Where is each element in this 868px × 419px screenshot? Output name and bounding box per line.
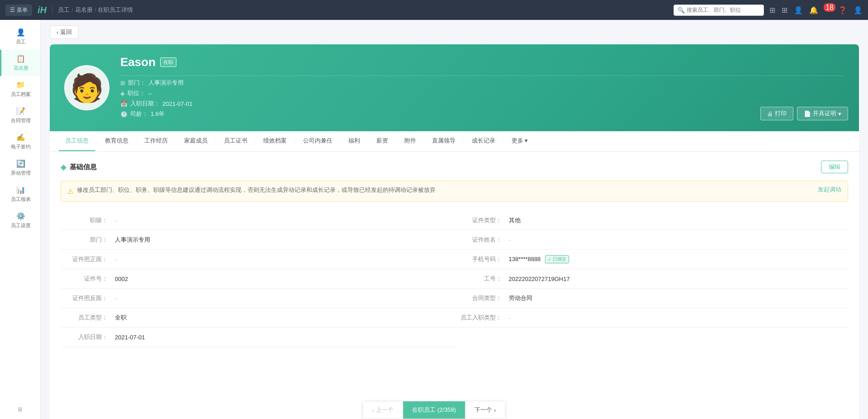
sidebar-item-archive[interactable]: 📁 员工档案: [0, 76, 40, 102]
profile-actions: 🖨 打印 📄 开具证明 ▾: [760, 107, 848, 120]
joindate-label: 入职日期：: [130, 100, 160, 108]
roster-icon: 📋: [16, 54, 25, 63]
dept-label: 部门：: [128, 79, 146, 87]
prev-page-button[interactable]: ‹ 上一个: [363, 401, 403, 419]
profile-header: 🧑 Eason 在职 ⊞ 部门： 人事演示专用 ◈ 职位： --: [50, 44, 859, 131]
breadcrumb-sep-1: /: [71, 7, 73, 14]
form-left-col: 职级： - 部门： 人事演示专用 证件照正面： - 证件号： 0002: [61, 211, 455, 347]
field-cert-type: 证件类型： 其他: [455, 211, 849, 230]
phone-label: 手机号码：: [455, 255, 509, 263]
notification-icon[interactable]: 🔔 18: [809, 6, 832, 14]
position-icon: ◈: [120, 90, 125, 97]
profile-name: Eason: [120, 55, 156, 69]
work-id-label: 工号：: [455, 275, 509, 283]
back-label: 返回: [60, 28, 72, 36]
field-join-date: 入职日期： 2021-07-01: [61, 328, 455, 347]
notice-icon: ⚠: [67, 186, 73, 197]
notice-link[interactable]: 发起调动: [818, 186, 841, 194]
sidebar-item-report[interactable]: 📊 员工报表: [0, 181, 40, 207]
cert-type-value: 其他: [509, 216, 849, 224]
sidebar-label-employee: 员工: [16, 38, 26, 45]
tab-family[interactable]: 家庭成员: [178, 131, 214, 151]
sidebar-label-report: 员工报表: [11, 196, 31, 203]
contract-type-value: 劳动合同: [509, 294, 849, 302]
join-date-form-value: 2021-07-01: [115, 334, 455, 341]
seniority-label: 司龄：: [130, 110, 148, 118]
phone-value: 138****8888 ✓ 已绑定: [509, 255, 849, 263]
field-entry-type: 员工入职类型： -: [455, 308, 849, 328]
dept-icon: ⊞: [120, 80, 125, 86]
cert-button[interactable]: 📄 开具证明 ▾: [797, 107, 848, 120]
tab-salary[interactable]: 薪资: [370, 131, 394, 151]
phone-masked: 138****8888: [509, 256, 541, 262]
more-dropdown-icon: ▾: [525, 137, 528, 144]
profile-dept-row: ⊞ 部门： 人事演示专用: [120, 79, 844, 87]
id-num-label: 证件号：: [61, 275, 115, 283]
emp-type-value: 全职: [115, 314, 455, 322]
sidebar-item-contract[interactable]: 📝 合同管理: [0, 102, 40, 129]
search-box[interactable]: 🔍: [674, 5, 764, 16]
sidebar-item-exception[interactable]: 🔄 异动管理: [0, 155, 40, 181]
breadcrumb-employees[interactable]: 员工: [58, 6, 70, 14]
sidebar-item-roster[interactable]: 📋 花名册: [0, 50, 40, 76]
sidebar-collapse-btn[interactable]: ≡: [0, 400, 40, 419]
dept-value: 人事演示专用: [148, 79, 184, 87]
tab-welfare[interactable]: 福利: [342, 131, 366, 151]
breadcrumb-roster[interactable]: 花名册: [75, 6, 93, 14]
profile-info: Eason 在职 ⊞ 部门： 人事演示专用 ◈ 职位： -- 📅 入职日期：: [120, 55, 844, 120]
breadcrumb-sep-2: /: [95, 7, 96, 14]
section-icon: ◈: [61, 163, 66, 171]
sidebar-item-settings[interactable]: ⚙️ 员工设置: [0, 207, 40, 233]
main-content: ‹ 返回 🧑 Eason 在职 ⊞ 部门： 人事演示专用: [41, 20, 868, 419]
next-page-button[interactable]: 下一个 ›: [465, 401, 505, 419]
position-value: --: [148, 90, 152, 97]
sidebar-item-esign[interactable]: ✍️ 电子签约: [0, 129, 40, 155]
basic-info-form: 职级： - 部门： 人事演示专用 证件照正面： - 证件号： 0002: [61, 211, 848, 347]
cert-name-value: -: [509, 237, 849, 243]
tab-edu[interactable]: 教育信息: [99, 131, 135, 151]
menu-label: 菜单: [17, 6, 28, 14]
sidebar-label-archive: 员工档案: [11, 91, 31, 98]
sidebar-item-employee[interactable]: 👤 员工: [0, 24, 40, 50]
tab-attach[interactable]: 附件: [398, 131, 422, 151]
tab-leader[interactable]: 直属领导: [426, 131, 462, 151]
tab-cert[interactable]: 员工证书: [218, 131, 254, 151]
section-header: ◈ 基础信息 编辑: [61, 161, 848, 173]
tab-growth[interactable]: 成长记录: [465, 131, 502, 151]
section-title: ◈ 基础信息: [61, 163, 97, 171]
archive-icon: 📁: [16, 81, 25, 89]
search-input[interactable]: [687, 7, 760, 13]
esign-icon: ✍️: [16, 133, 25, 142]
help-icon[interactable]: ❓: [838, 6, 847, 14]
report-icon: 📊: [16, 186, 25, 194]
field-contract-type: 合同类型： 劳动合同: [455, 289, 849, 308]
tab-info[interactable]: 员工信息: [59, 131, 95, 151]
field-rank: 职级： -: [61, 211, 455, 230]
employee-icon: 👤: [16, 28, 25, 37]
profile-joindate-row: 📅 入职日期： 2021-07-01: [120, 100, 844, 108]
next-label: 下一个: [474, 406, 492, 414]
grid-icon[interactable]: ⊞: [782, 6, 787, 14]
prev-label: 上一个: [376, 406, 394, 414]
notice-text: ⚠ 修改员工部门、职位、职务、职级等信息建议通过调动流程实现，否则无法生成异动记…: [67, 186, 436, 197]
back-button[interactable]: ‹ 返回: [50, 25, 79, 39]
menu-button[interactable]: ☰ 菜单: [5, 5, 32, 16]
rank-value: -: [115, 217, 455, 224]
settings-icon: ⚙️: [16, 212, 25, 220]
tab-concurrent[interactable]: 公司内兼任: [297, 131, 339, 151]
tab-perf[interactable]: 绩效档案: [257, 131, 293, 151]
print-button[interactable]: 🖨 打印: [760, 107, 793, 120]
notification-badge: 18: [824, 3, 835, 12]
form-right-col: 证件类型： 其他 证件姓名： - 手机号码： 138****8888 ✓: [455, 211, 849, 347]
edit-button[interactable]: 编辑: [821, 161, 848, 173]
scan-icon[interactable]: ⊞: [769, 6, 775, 14]
user-icon[interactable]: 👤: [794, 6, 803, 14]
account-icon[interactable]: 👤: [854, 6, 863, 14]
top-navigation: ☰ 菜单 iH 员工 / 花名册 / 在职员工详情 🔍 ⊞ ⊞ 👤 🔔 18 ❓…: [0, 0, 868, 20]
field-emp-type: 员工类型： 全职: [61, 308, 455, 328]
position-label: 职位：: [128, 89, 145, 97]
verified-check-icon: ✓: [548, 257, 551, 262]
tabs-container: 员工信息 · 教育信息 · 工作经历 · 家庭成员 · 员工证书 · 绩效档案 …: [50, 131, 859, 152]
tab-more[interactable]: 更多 ▾: [505, 131, 535, 151]
tab-work[interactable]: 工作经历: [138, 131, 174, 151]
